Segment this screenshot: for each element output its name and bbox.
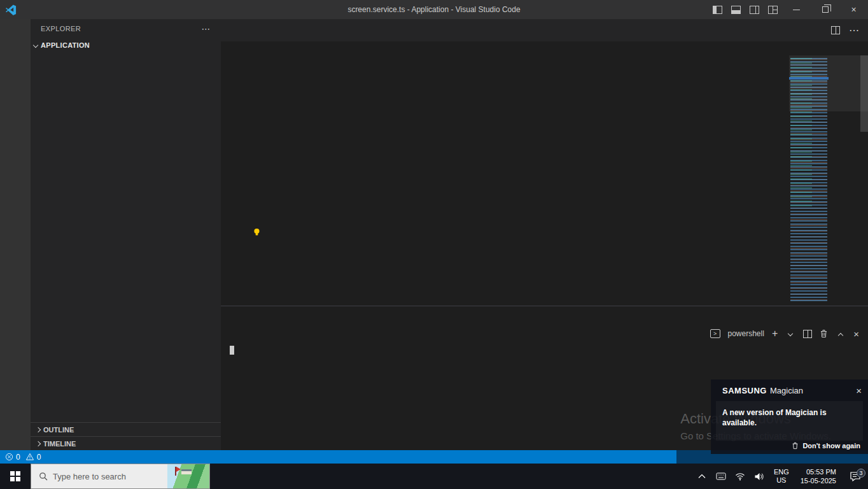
- start-button[interactable]: [0, 464, 31, 489]
- clock[interactable]: 05:53 PM15-05-2025: [794, 467, 843, 485]
- volume-icon[interactable]: [750, 464, 769, 489]
- code-editor[interactable]: [221, 55, 868, 306]
- windows-taskbar: Type here to search ENGUS 05:53 PM15-05-…: [0, 464, 868, 489]
- minimap-slider[interactable]: [789, 55, 868, 111]
- taskbar-search[interactable]: Type here to search: [31, 464, 210, 489]
- editor-tabs: ⋯: [221, 19, 868, 41]
- trash-icon: [792, 442, 799, 450]
- notification-message: A new version of Magician is available.: [722, 408, 857, 428]
- explorer-title: EXPLORER: [41, 25, 81, 32]
- search-placeholder: Type here to search: [53, 472, 126, 481]
- minimize-button[interactable]: [782, 0, 811, 19]
- explorer-sidebar: EXPLORER ⋯ APPLICATION OUTLINE TIMELINE: [31, 19, 221, 450]
- explorer-more-icon[interactable]: ⋯: [202, 24, 211, 34]
- notification-count-badge: 3: [857, 469, 865, 478]
- terminal-cursor: [230, 346, 234, 355]
- notification-close-icon[interactable]: ×: [856, 385, 862, 396]
- toggle-sidebar-icon[interactable]: [713, 6, 722, 14]
- chevron-right-icon: [33, 425, 43, 435]
- terminal-dropdown-icon[interactable]: [785, 329, 795, 339]
- errors-icon: [5, 453, 13, 461]
- editor-scrollbar[interactable]: [860, 55, 868, 132]
- search-daily-image[interactable]: [167, 464, 209, 488]
- tray-chevron-up-icon[interactable]: [692, 464, 711, 489]
- kill-terminal-icon[interactable]: [820, 329, 828, 338]
- samsung-magician-notification: SAMSUNG Magician × A new version of Magi…: [711, 379, 868, 454]
- wifi-icon[interactable]: [731, 464, 750, 489]
- outline-section[interactable]: OUTLINE: [31, 422, 221, 436]
- panel-tabs: [221, 306, 868, 327]
- shell-label[interactable]: powershell: [728, 329, 764, 338]
- activity-bar: [0, 19, 31, 450]
- date: 15-05-2025: [801, 476, 836, 485]
- split-editor-icon[interactable]: [831, 26, 840, 34]
- touch-keyboard-icon[interactable]: [711, 464, 731, 489]
- search-icon: [39, 472, 48, 481]
- close-button[interactable]: ×: [839, 0, 868, 19]
- vscode-logo-icon: [5, 4, 17, 15]
- customize-layout-icon[interactable]: [768, 6, 778, 14]
- language-indicator[interactable]: ENGUS: [769, 468, 794, 485]
- chevron-down-icon: [31, 40, 41, 50]
- toggle-panel-icon[interactable]: [731, 6, 741, 14]
- close-panel-icon[interactable]: ×: [853, 329, 859, 339]
- lightbulb-icon[interactable]: [253, 228, 261, 236]
- timeline-section[interactable]: TIMELINE: [31, 436, 221, 450]
- editor-more-icon[interactable]: ⋯: [849, 24, 859, 36]
- breadcrumb: [221, 41, 868, 55]
- problems-status[interactable]: 0 0: [5, 453, 41, 462]
- window-title: screen.service.ts - Application - Visual…: [347, 5, 520, 14]
- restore-button[interactable]: [811, 0, 839, 19]
- workspace-section-label: APPLICATION: [41, 41, 90, 49]
- title-bar: screen.service.ts - Application - Visual…: [0, 0, 868, 19]
- dont-show-again-button[interactable]: Don't show again: [711, 441, 868, 451]
- toggle-secondary-sidebar-icon[interactable]: [750, 6, 759, 14]
- new-terminal-icon[interactable]: +: [772, 328, 778, 339]
- powershell-icon: >: [710, 329, 720, 338]
- system-tray: ENGUS 05:53 PM15-05-2025 3: [692, 464, 868, 489]
- split-terminal-icon[interactable]: [803, 330, 812, 338]
- time: 05:53 PM: [801, 467, 836, 476]
- maximize-panel-icon[interactable]: [836, 330, 846, 341]
- windows-logo-icon: [10, 471, 20, 481]
- samsung-logo: SAMSUNG: [722, 386, 767, 395]
- minimap[interactable]: [789, 55, 868, 306]
- vscode-window: screen.service.ts - Application - Visual…: [0, 0, 868, 489]
- warnings-icon: [25, 453, 34, 461]
- chevron-right-icon: [33, 439, 43, 449]
- workspace-section[interactable]: APPLICATION: [31, 38, 221, 52]
- notification-center-icon[interactable]: 3: [843, 471, 868, 481]
